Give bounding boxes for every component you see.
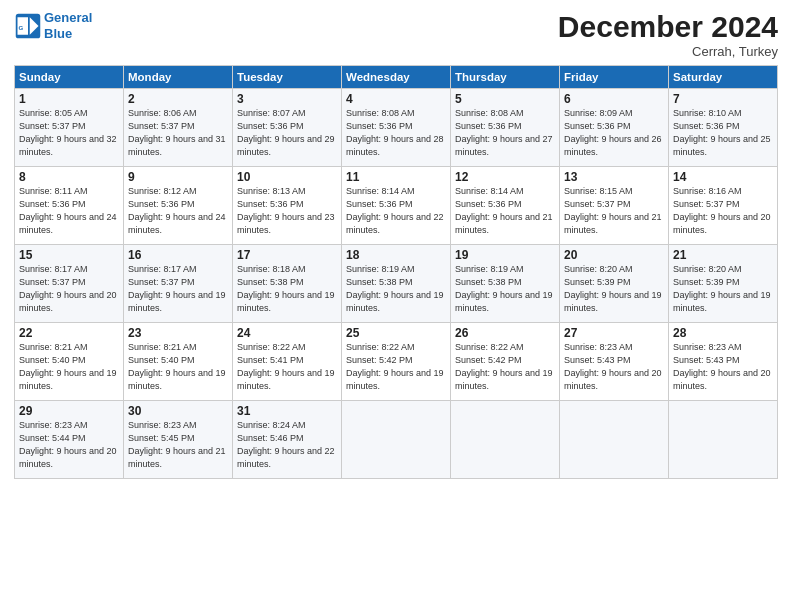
day-number: 5 [455, 92, 555, 106]
day-info: Sunrise: 8:14 AM Sunset: 5:36 PM Dayligh… [455, 185, 555, 237]
day-cell: 22 Sunrise: 8:21 AM Sunset: 5:40 PM Dayl… [15, 323, 124, 401]
day-cell: 13 Sunrise: 8:15 AM Sunset: 5:37 PM Dayl… [560, 167, 669, 245]
day-number: 6 [564, 92, 664, 106]
day-number: 28 [673, 326, 773, 340]
day-cell: 15 Sunrise: 8:17 AM Sunset: 5:37 PM Dayl… [15, 245, 124, 323]
day-info: Sunrise: 8:22 AM Sunset: 5:42 PM Dayligh… [455, 341, 555, 393]
day-number: 30 [128, 404, 228, 418]
logo-text: General Blue [44, 10, 92, 41]
day-cell: 5 Sunrise: 8:08 AM Sunset: 5:36 PM Dayli… [451, 89, 560, 167]
col-header-friday: Friday [560, 66, 669, 89]
day-number: 23 [128, 326, 228, 340]
col-header-tuesday: Tuesday [233, 66, 342, 89]
day-info: Sunrise: 8:15 AM Sunset: 5:37 PM Dayligh… [564, 185, 664, 237]
day-info: Sunrise: 8:20 AM Sunset: 5:39 PM Dayligh… [673, 263, 773, 315]
day-number: 31 [237, 404, 337, 418]
day-number: 7 [673, 92, 773, 106]
day-cell [451, 401, 560, 479]
day-info: Sunrise: 8:14 AM Sunset: 5:36 PM Dayligh… [346, 185, 446, 237]
col-header-thursday: Thursday [451, 66, 560, 89]
day-cell: 26 Sunrise: 8:22 AM Sunset: 5:42 PM Dayl… [451, 323, 560, 401]
day-cell: 10 Sunrise: 8:13 AM Sunset: 5:36 PM Dayl… [233, 167, 342, 245]
week-row-3: 15 Sunrise: 8:17 AM Sunset: 5:37 PM Dayl… [15, 245, 778, 323]
day-cell: 2 Sunrise: 8:06 AM Sunset: 5:37 PM Dayli… [124, 89, 233, 167]
day-number: 24 [237, 326, 337, 340]
logo-blue: Blue [44, 26, 72, 41]
day-info: Sunrise: 8:16 AM Sunset: 5:37 PM Dayligh… [673, 185, 773, 237]
day-cell: 25 Sunrise: 8:22 AM Sunset: 5:42 PM Dayl… [342, 323, 451, 401]
day-cell: 1 Sunrise: 8:05 AM Sunset: 5:37 PM Dayli… [15, 89, 124, 167]
week-row-1: 1 Sunrise: 8:05 AM Sunset: 5:37 PM Dayli… [15, 89, 778, 167]
header: G General Blue December 2024 Cerrah, Tur… [14, 10, 778, 59]
day-number: 21 [673, 248, 773, 262]
day-cell: 31 Sunrise: 8:24 AM Sunset: 5:46 PM Dayl… [233, 401, 342, 479]
col-header-saturday: Saturday [669, 66, 778, 89]
day-cell: 7 Sunrise: 8:10 AM Sunset: 5:36 PM Dayli… [669, 89, 778, 167]
location-subtitle: Cerrah, Turkey [558, 44, 778, 59]
day-info: Sunrise: 8:20 AM Sunset: 5:39 PM Dayligh… [564, 263, 664, 315]
day-number: 25 [346, 326, 446, 340]
day-number: 14 [673, 170, 773, 184]
day-number: 29 [19, 404, 119, 418]
day-info: Sunrise: 8:06 AM Sunset: 5:37 PM Dayligh… [128, 107, 228, 159]
day-info: Sunrise: 8:07 AM Sunset: 5:36 PM Dayligh… [237, 107, 337, 159]
title-block: December 2024 Cerrah, Turkey [558, 10, 778, 59]
col-header-sunday: Sunday [15, 66, 124, 89]
day-cell [669, 401, 778, 479]
day-info: Sunrise: 8:08 AM Sunset: 5:36 PM Dayligh… [346, 107, 446, 159]
day-info: Sunrise: 8:23 AM Sunset: 5:44 PM Dayligh… [19, 419, 119, 471]
week-row-5: 29 Sunrise: 8:23 AM Sunset: 5:44 PM Dayl… [15, 401, 778, 479]
day-number: 16 [128, 248, 228, 262]
day-cell: 23 Sunrise: 8:21 AM Sunset: 5:40 PM Dayl… [124, 323, 233, 401]
day-number: 11 [346, 170, 446, 184]
day-info: Sunrise: 8:05 AM Sunset: 5:37 PM Dayligh… [19, 107, 119, 159]
day-cell: 18 Sunrise: 8:19 AM Sunset: 5:38 PM Dayl… [342, 245, 451, 323]
day-info: Sunrise: 8:09 AM Sunset: 5:36 PM Dayligh… [564, 107, 664, 159]
day-info: Sunrise: 8:18 AM Sunset: 5:38 PM Dayligh… [237, 263, 337, 315]
day-number: 15 [19, 248, 119, 262]
day-cell: 9 Sunrise: 8:12 AM Sunset: 5:36 PM Dayli… [124, 167, 233, 245]
day-number: 9 [128, 170, 228, 184]
page-container: G General Blue December 2024 Cerrah, Tur… [0, 0, 792, 489]
calendar-table: SundayMondayTuesdayWednesdayThursdayFrid… [14, 65, 778, 479]
day-cell [560, 401, 669, 479]
day-cell: 6 Sunrise: 8:09 AM Sunset: 5:36 PM Dayli… [560, 89, 669, 167]
day-info: Sunrise: 8:17 AM Sunset: 5:37 PM Dayligh… [128, 263, 228, 315]
day-cell: 27 Sunrise: 8:23 AM Sunset: 5:43 PM Dayl… [560, 323, 669, 401]
day-info: Sunrise: 8:24 AM Sunset: 5:46 PM Dayligh… [237, 419, 337, 471]
logo-icon: G [14, 12, 42, 40]
day-cell: 4 Sunrise: 8:08 AM Sunset: 5:36 PM Dayli… [342, 89, 451, 167]
day-number: 10 [237, 170, 337, 184]
day-number: 13 [564, 170, 664, 184]
day-number: 4 [346, 92, 446, 106]
day-info: Sunrise: 8:08 AM Sunset: 5:36 PM Dayligh… [455, 107, 555, 159]
day-cell: 17 Sunrise: 8:18 AM Sunset: 5:38 PM Dayl… [233, 245, 342, 323]
day-info: Sunrise: 8:23 AM Sunset: 5:45 PM Dayligh… [128, 419, 228, 471]
day-cell: 11 Sunrise: 8:14 AM Sunset: 5:36 PM Dayl… [342, 167, 451, 245]
week-row-4: 22 Sunrise: 8:21 AM Sunset: 5:40 PM Dayl… [15, 323, 778, 401]
day-cell: 20 Sunrise: 8:20 AM Sunset: 5:39 PM Dayl… [560, 245, 669, 323]
day-info: Sunrise: 8:22 AM Sunset: 5:42 PM Dayligh… [346, 341, 446, 393]
day-cell: 8 Sunrise: 8:11 AM Sunset: 5:36 PM Dayli… [15, 167, 124, 245]
day-cell: 12 Sunrise: 8:14 AM Sunset: 5:36 PM Dayl… [451, 167, 560, 245]
day-cell: 28 Sunrise: 8:23 AM Sunset: 5:43 PM Dayl… [669, 323, 778, 401]
day-info: Sunrise: 8:17 AM Sunset: 5:37 PM Dayligh… [19, 263, 119, 315]
day-info: Sunrise: 8:22 AM Sunset: 5:41 PM Dayligh… [237, 341, 337, 393]
day-cell: 3 Sunrise: 8:07 AM Sunset: 5:36 PM Dayli… [233, 89, 342, 167]
day-number: 18 [346, 248, 446, 262]
day-number: 22 [19, 326, 119, 340]
day-number: 2 [128, 92, 228, 106]
day-info: Sunrise: 8:23 AM Sunset: 5:43 PM Dayligh… [564, 341, 664, 393]
day-number: 19 [455, 248, 555, 262]
col-header-monday: Monday [124, 66, 233, 89]
day-info: Sunrise: 8:19 AM Sunset: 5:38 PM Dayligh… [455, 263, 555, 315]
day-info: Sunrise: 8:11 AM Sunset: 5:36 PM Dayligh… [19, 185, 119, 237]
week-row-2: 8 Sunrise: 8:11 AM Sunset: 5:36 PM Dayli… [15, 167, 778, 245]
day-cell: 21 Sunrise: 8:20 AM Sunset: 5:39 PM Dayl… [669, 245, 778, 323]
day-number: 27 [564, 326, 664, 340]
day-info: Sunrise: 8:21 AM Sunset: 5:40 PM Dayligh… [19, 341, 119, 393]
day-number: 8 [19, 170, 119, 184]
day-info: Sunrise: 8:21 AM Sunset: 5:40 PM Dayligh… [128, 341, 228, 393]
logo-general: General [44, 10, 92, 25]
logo: G General Blue [14, 10, 92, 41]
